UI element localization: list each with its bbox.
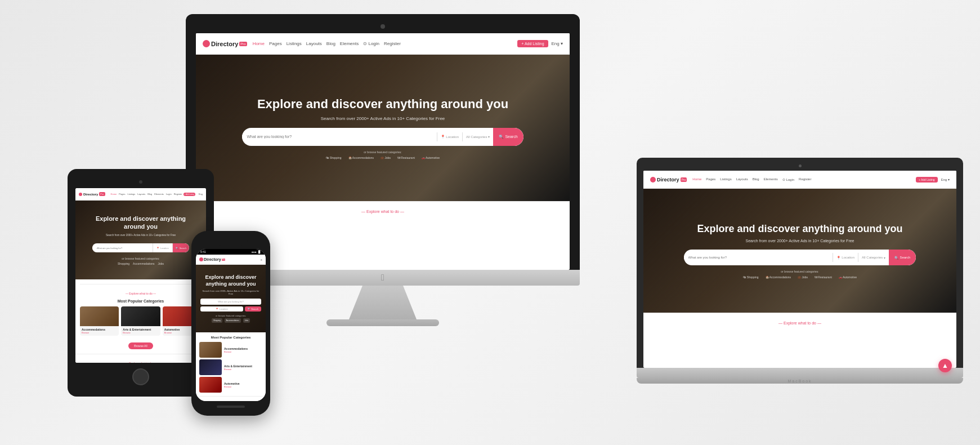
ipad-browse-all: Browse All bbox=[80, 339, 202, 349]
nav-link-home[interactable]: Home bbox=[253, 41, 265, 46]
imac-search-button[interactable]: 🔍 Search bbox=[493, 128, 523, 146]
imac-nav: Directory Pro Home Pages Listings Layout… bbox=[196, 33, 570, 55]
iphone-pop-cat-img-1 bbox=[199, 342, 222, 358]
imac-search-input[interactable] bbox=[242, 135, 437, 139]
iphone-logo-text: Directory bbox=[204, 257, 221, 261]
cat-automotive[interactable]: 🚗 Automotive bbox=[422, 156, 440, 159]
ipad-logo: Directory Pro bbox=[79, 192, 105, 196]
imac-explore-title: — Explore what to do — bbox=[361, 210, 404, 213]
ipad-explore-title: — Explore what to do — bbox=[126, 292, 156, 295]
macbook-cat-restaurant[interactable]: 🍽 Restaurant bbox=[815, 275, 832, 279]
imac-add-listing-button[interactable]: + Add Listing bbox=[517, 40, 548, 47]
iphone-search-box[interactable]: What are you looking for? bbox=[200, 299, 261, 305]
imac-explore-bar: — Explore what to do — bbox=[196, 201, 570, 219]
iphone-cat-shopping[interactable]: Shopping bbox=[212, 318, 222, 323]
ipad-home-button[interactable] bbox=[132, 368, 149, 385]
macbook-nav-elements[interactable]: Elements bbox=[764, 177, 778, 181]
macbook-search-button[interactable]: 🔍 Search bbox=[889, 250, 916, 265]
nav-link-login[interactable]: ⊙ Login bbox=[363, 41, 379, 46]
nav-language[interactable]: Eng ▾ bbox=[552, 41, 563, 46]
ipad-cat-arts[interactable]: Arts & Entertainment Browse bbox=[121, 306, 160, 336]
macbook-nav-listings[interactable]: Listings bbox=[720, 177, 731, 181]
imac-base bbox=[326, 319, 439, 326]
imac-nav-links: Home Pages Listings Layouts Blog Element… bbox=[253, 41, 518, 46]
ipad-nav-language[interactable]: Eng bbox=[199, 193, 203, 195]
macbook-cat-accommodations[interactable]: 🏠 Accommodations bbox=[766, 275, 791, 279]
macbook-nav-register[interactable]: Register bbox=[799, 177, 811, 181]
ipad-browse-label: or browse featured categories: bbox=[122, 257, 160, 260]
macbook-nav-blog[interactable]: Blog bbox=[753, 177, 759, 181]
iphone-browse-label: or browse featured categories: bbox=[216, 314, 246, 317]
nav-link-blog[interactable]: Blog bbox=[326, 41, 335, 46]
ipad-browse-all-button[interactable]: Browse All bbox=[128, 342, 153, 349]
ipad-popular-section: — Explore what to do — Most Popular Cate… bbox=[75, 279, 206, 354]
ipad-nav-blog[interactable]: Blog bbox=[147, 193, 152, 195]
macbook-location[interactable]: 📍 Location bbox=[833, 256, 858, 260]
iphone-pop-cat-1[interactable]: Accommodations Browse bbox=[199, 342, 262, 358]
iphone-cat-jobs[interactable]: Jobs bbox=[243, 318, 250, 323]
macbook-nav-layouts[interactable]: Layouts bbox=[736, 177, 748, 181]
iphone-cat-accommodations[interactable]: Accommodations bbox=[225, 318, 241, 323]
ipad-nav-layouts[interactable]: Layouts bbox=[137, 193, 145, 195]
macbook-hero: Explore and discover anything around you… bbox=[643, 189, 956, 313]
ipad-cat-accommodations[interactable]: Accommodations Browse bbox=[80, 306, 119, 336]
macbook-label-text: MacBook bbox=[787, 379, 812, 383]
iphone-nav: Directory Pro ≡ bbox=[196, 255, 266, 265]
nav-link-register[interactable]: Register bbox=[384, 41, 401, 46]
iphone-pop-cat-count-2: Browse bbox=[224, 368, 262, 371]
cat-shopping[interactable]: 🛍 Shopping bbox=[326, 156, 342, 159]
ipad-search-input[interactable] bbox=[92, 247, 153, 250]
cat-restaurant[interactable]: 🍽 Restaurant bbox=[397, 156, 415, 159]
macbook-cat-automotive[interactable]: 🚗 Automotive bbox=[839, 275, 857, 279]
imac-category-select[interactable]: All Categories ▾ bbox=[463, 135, 493, 139]
imac-stand bbox=[349, 286, 417, 319]
macbook-search-input[interactable] bbox=[684, 256, 833, 259]
nav-link-listings[interactable]: Listings bbox=[287, 41, 302, 46]
cat-accommodations[interactable]: 🏠 Accommodations bbox=[348, 156, 374, 159]
iphone-search-button[interactable]: 🔍 Search bbox=[245, 306, 261, 312]
ipad-cat-count-arts: Browse bbox=[123, 331, 158, 334]
cat-jobs[interactable]: 💼 Jobs bbox=[381, 156, 391, 159]
nav-link-elements[interactable]: Elements bbox=[340, 41, 359, 46]
macbook-add-listing-button[interactable]: + Add Listing bbox=[916, 177, 938, 183]
ipad-nav-home[interactable]: Home bbox=[111, 193, 117, 195]
iphone-pop-cat-2[interactable]: Arts & Entertainment Browse bbox=[199, 359, 262, 375]
logo-dot-icon bbox=[203, 40, 210, 47]
macbook-nav-login[interactable]: ⊙ Login bbox=[782, 177, 794, 181]
chevron-down-icon: ▾ bbox=[488, 135, 490, 139]
iphone-menu-icon[interactable]: ≡ bbox=[261, 258, 262, 261]
iphone-location-input[interactable]: 📍 Location bbox=[200, 306, 243, 312]
ipad-camera bbox=[139, 180, 142, 184]
macbook-location-text: Location bbox=[842, 256, 854, 259]
macbook-cat-jobs[interactable]: 💼 Jobs bbox=[798, 275, 808, 279]
ipad-location[interactable]: 📍 Location bbox=[153, 247, 172, 250]
iphone-pop-cat-3[interactable]: Automotive Browse bbox=[199, 377, 262, 393]
macbook-category-select[interactable]: All Categories ▾ bbox=[858, 256, 889, 260]
ipad-cat-accommodations[interactable]: Accommodations bbox=[133, 262, 154, 265]
ipad-cat-info-arts: Arts & Entertainment Browse bbox=[121, 326, 160, 336]
ipad-cat-info-accommodations: Accommodations Browse bbox=[80, 326, 119, 336]
imac-location-field[interactable]: 📍 Location bbox=[437, 135, 462, 139]
macbook-nav-pages[interactable]: Pages bbox=[706, 177, 715, 181]
ipad-search-button[interactable]: 🔍 Search bbox=[173, 243, 190, 252]
ipad-nav-login[interactable]: Login bbox=[166, 193, 172, 195]
imac-logo: Directory Pro bbox=[203, 40, 247, 47]
macbook-nav-language[interactable]: Eng ▾ bbox=[941, 177, 950, 181]
macbook-nav-home[interactable]: Home bbox=[692, 177, 701, 181]
ipad-add-listing-button[interactable]: + Add Listing bbox=[184, 193, 195, 196]
macbook-fab-button[interactable]: ▲ bbox=[938, 359, 952, 368]
ipad-nav-pages[interactable]: Pages bbox=[119, 193, 125, 195]
iphone-cats-row: Shopping Accommodations Jobs bbox=[212, 318, 250, 323]
macbook-cat-shopping[interactable]: 🛍 Shopping bbox=[743, 275, 759, 279]
iphone-pop-cat-count-3: Browse bbox=[224, 385, 262, 388]
ipad-nav-register[interactable]: Register bbox=[174, 193, 182, 195]
ipad-cat-jobs[interactable]: Jobs bbox=[158, 262, 164, 265]
ipad-cat-shopping[interactable]: Shopping bbox=[118, 262, 129, 265]
nav-link-layouts[interactable]: Layouts bbox=[306, 41, 322, 46]
ipad-nav-listings[interactable]: Listings bbox=[128, 193, 136, 195]
nav-link-pages[interactable]: Pages bbox=[269, 41, 282, 46]
ipad-hero: Explore and discover anything around you… bbox=[75, 201, 206, 279]
iphone-notch bbox=[214, 239, 248, 246]
ipad-nav-elements[interactable]: Elements bbox=[154, 193, 164, 195]
ipad-nav-links: Home Pages Listings Layouts Blog Element… bbox=[111, 193, 184, 195]
